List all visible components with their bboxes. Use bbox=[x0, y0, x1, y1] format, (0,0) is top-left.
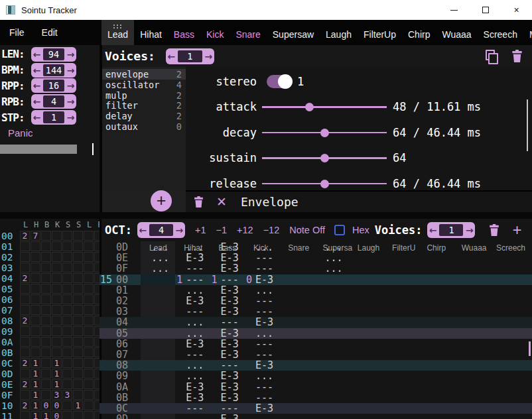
note-cell[interactable]: --- bbox=[255, 382, 273, 392]
note-cell[interactable]: E-3 bbox=[255, 403, 273, 414]
release-slider[interactable] bbox=[262, 178, 387, 189]
close-button[interactable]: × bbox=[501, 0, 532, 20]
order-cell[interactable] bbox=[41, 284, 51, 294]
note-off-button[interactable]: Note Off bbox=[289, 225, 325, 235]
order-cell[interactable]: 2 bbox=[20, 400, 30, 410]
order-cell[interactable] bbox=[41, 316, 51, 326]
order-cell[interactable] bbox=[73, 284, 83, 294]
order-cell[interactable] bbox=[31, 337, 40, 347]
add-track-button[interactable]: + bbox=[512, 222, 521, 238]
unit-row-outaux[interactable]: outaux0 bbox=[100, 121, 186, 132]
track-header-screech[interactable]: Screech bbox=[496, 243, 525, 253]
order-cell[interactable] bbox=[31, 241, 40, 251]
note-cell[interactable]: --- bbox=[186, 263, 204, 274]
order-cell[interactable] bbox=[73, 358, 83, 368]
order-cell[interactable] bbox=[52, 326, 62, 336]
order-cell[interactable]: 1 bbox=[52, 369, 62, 379]
order-cell[interactable] bbox=[62, 326, 72, 336]
note-cell[interactable]: E-3 bbox=[186, 253, 204, 263]
order-cell[interactable]: 0 bbox=[52, 400, 62, 410]
transpose-down-1-button[interactable]: −1 bbox=[216, 225, 228, 235]
order-cell[interactable] bbox=[84, 284, 94, 294]
order-cell[interactable] bbox=[20, 284, 30, 294]
unit-row-envelope[interactable]: envelope2 bbox=[100, 69, 186, 80]
note-cell[interactable]: E-3 bbox=[221, 306, 239, 317]
order-cell[interactable] bbox=[41, 358, 51, 368]
track-header-chirp[interactable]: Chirp bbox=[427, 243, 446, 253]
order-cell[interactable] bbox=[41, 263, 51, 272]
note-cell[interactable]: E-3 bbox=[255, 274, 273, 285]
note-cell[interactable]: E-3 bbox=[221, 263, 239, 274]
tab-kick[interactable]: Kick bbox=[200, 20, 230, 45]
rpp-increment-arrow[interactable]: → bbox=[65, 80, 76, 91]
song-progress-bar[interactable] bbox=[0, 145, 77, 154]
order-cell[interactable] bbox=[31, 294, 40, 304]
order-cell[interactable] bbox=[73, 263, 83, 272]
transpose-up-12-button[interactable]: +12 bbox=[237, 225, 253, 235]
tab-bass[interactable]: Bass bbox=[168, 20, 200, 45]
note-cell[interactable]: ... bbox=[255, 328, 273, 339]
order-cell[interactable] bbox=[94, 411, 100, 419]
order-cell[interactable] bbox=[41, 241, 51, 251]
order-cell[interactable] bbox=[84, 411, 94, 419]
order-cell[interactable] bbox=[94, 369, 100, 379]
order-cell[interactable] bbox=[84, 400, 94, 410]
note-cell[interactable]: E-3 bbox=[221, 296, 239, 306]
order-cell[interactable] bbox=[41, 369, 51, 379]
order-cell[interactable]: 2 bbox=[20, 231, 30, 241]
track-header-snare[interactable]: Snare bbox=[288, 243, 309, 253]
tab-wuaaa[interactable]: Wuaaa bbox=[436, 20, 477, 45]
order-cell[interactable] bbox=[94, 390, 100, 400]
order-cell[interactable] bbox=[20, 263, 30, 272]
order-cell[interactable] bbox=[84, 379, 94, 389]
rpb-increment-arrow[interactable]: → bbox=[65, 96, 76, 107]
order-cell[interactable] bbox=[52, 305, 62, 315]
order-cell[interactable] bbox=[62, 263, 72, 272]
order-cell[interactable] bbox=[20, 390, 30, 400]
add-unit-button[interactable]: + bbox=[151, 190, 172, 211]
order-cell[interactable] bbox=[31, 326, 40, 336]
order-cell[interactable] bbox=[62, 337, 72, 347]
tab-hihat[interactable]: Hihat bbox=[134, 20, 168, 45]
track-header-laugh[interactable]: Laugh bbox=[358, 243, 379, 253]
order-cell[interactable]: 1 bbox=[31, 379, 40, 389]
order-cell[interactable] bbox=[31, 273, 40, 283]
order-cell[interactable] bbox=[52, 284, 62, 294]
order-cell[interactable] bbox=[62, 284, 72, 294]
order-cell[interactable] bbox=[73, 369, 83, 379]
tab-morea[interactable]: Morea bbox=[523, 20, 532, 45]
order-cell[interactable]: 1 bbox=[52, 379, 62, 389]
note-cell[interactable]: ... bbox=[186, 371, 204, 381]
order-cell[interactable]: 3 bbox=[62, 390, 72, 400]
order-cell[interactable] bbox=[94, 284, 100, 294]
note-cell[interactable]: --- bbox=[221, 360, 239, 371]
order-cell[interactable] bbox=[84, 390, 94, 400]
note-cell[interactable]: ... bbox=[186, 360, 204, 371]
order-cell[interactable] bbox=[62, 379, 72, 389]
order-cell[interactable] bbox=[73, 294, 83, 304]
order-cell[interactable] bbox=[20, 369, 30, 379]
order-cell[interactable]: 2 bbox=[20, 358, 30, 368]
order-cell[interactable] bbox=[84, 316, 94, 326]
order-cell[interactable] bbox=[73, 390, 83, 400]
order-cell[interactable] bbox=[62, 241, 72, 251]
order-cell[interactable] bbox=[94, 305, 100, 315]
track-header-kick[interactable]: Kick bbox=[253, 243, 269, 253]
unit-row-mulp[interactable]: mulp2 bbox=[100, 90, 186, 101]
order-cell[interactable] bbox=[52, 241, 62, 251]
order-cell[interactable] bbox=[94, 326, 100, 336]
order-cell[interactable] bbox=[41, 252, 51, 262]
track-header-wuaaa[interactable]: Wuaaa bbox=[462, 243, 487, 253]
slider-knob-icon[interactable] bbox=[320, 129, 329, 137]
note-cell[interactable]: ... bbox=[325, 263, 343, 274]
order-cell[interactable] bbox=[73, 241, 83, 251]
note-cell[interactable]: --- bbox=[255, 263, 273, 274]
order-cell[interactable]: 2 bbox=[20, 316, 30, 326]
track-header-lead[interactable]: Lead bbox=[149, 243, 167, 253]
order-cell[interactable] bbox=[52, 263, 62, 272]
note-cell[interactable]: E-3 bbox=[221, 339, 239, 349]
order-cell[interactable] bbox=[94, 294, 100, 304]
order-cell[interactable] bbox=[52, 294, 62, 304]
order-cell[interactable]: 7 bbox=[31, 231, 40, 241]
order-cell[interactable] bbox=[73, 326, 83, 336]
